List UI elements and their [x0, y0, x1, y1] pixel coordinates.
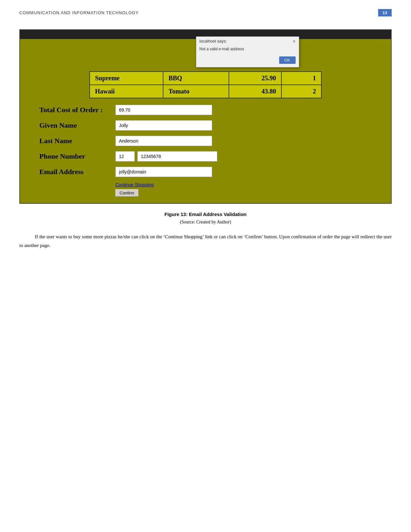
total-cost-input[interactable] — [115, 105, 212, 115]
dialog-ok-button[interactable]: OK — [279, 56, 296, 64]
pizza-qty-1: 1 — [281, 72, 321, 85]
given-name-row: Given Name — [39, 120, 372, 131]
pizza-sauce-2: Tomato — [163, 85, 229, 98]
dialog-title-bar: localhost says: × — [196, 37, 299, 45]
pizza-table: Supreme BBQ 25.90 1 Hawaii Tomato 43.80 … — [89, 71, 322, 98]
last-name-row: Last Name — [39, 136, 372, 146]
phone-number-input[interactable] — [137, 151, 217, 162]
action-area: Continue Shopping Confirm — [39, 182, 372, 197]
content-area: localhost says: × Not a valid e-mail add… — [0, 20, 411, 267]
given-name-label: Given Name — [39, 121, 110, 130]
screenshot-container: localhost says: × Not a valid e-mail add… — [19, 29, 392, 204]
total-cost-row: Total Cost of Order : — [39, 105, 372, 115]
total-cost-label: Total Cost of Order : — [39, 106, 110, 114]
given-name-input[interactable] — [115, 120, 212, 131]
page-number: 13 — [378, 9, 392, 16]
confirm-button[interactable]: Confirm — [115, 189, 139, 197]
phone-code-input[interactable] — [115, 151, 135, 162]
body-paragraph: If the user wants to buy some more pizza… — [19, 232, 392, 250]
page-header: COMMUNICATION AND INFORMATION TECHNOLOGY… — [0, 0, 411, 20]
last-name-input[interactable] — [115, 136, 212, 146]
pizza-name-1: Supreme — [90, 72, 163, 85]
email-row: Email Address — [39, 167, 372, 177]
phone-number-label: Phone Number — [39, 152, 110, 161]
pizza-name-2: Hawaii — [90, 85, 163, 98]
continue-shopping-link[interactable]: Continue Shopping — [115, 182, 372, 187]
pizza-price-1: 25.90 — [229, 72, 281, 85]
body-text: If the user wants to buy some more pizza… — [19, 232, 392, 250]
email-input[interactable] — [115, 167, 212, 177]
pizza-price-2: 43.80 — [229, 85, 281, 98]
pizza-sauce-1: BBQ — [163, 72, 229, 85]
last-name-label: Last Name — [39, 137, 110, 145]
table-row: Supreme BBQ 25.90 1 — [90, 72, 322, 85]
dialog-title: localhost says: — [200, 39, 227, 44]
dialog-box: localhost says: × Not a valid e-mail add… — [196, 36, 299, 67]
figure-caption: Figure 13: Email Address Validation — [19, 212, 392, 217]
table-row: Hawaii Tomato 43.80 2 — [90, 85, 322, 98]
page-title: COMMUNICATION AND INFORMATION TECHNOLOGY — [19, 10, 139, 15]
figure-source: (Source: Created by Author) — [19, 220, 392, 225]
phone-number-row: Phone Number — [39, 151, 372, 162]
dialog-message: Not a valid e-mail address — [196, 45, 299, 56]
phone-inputs-container — [115, 151, 217, 162]
email-label: Email Address — [39, 168, 110, 176]
pizza-qty-2: 2 — [281, 85, 321, 98]
dialog-close-button[interactable]: × — [293, 39, 295, 44]
